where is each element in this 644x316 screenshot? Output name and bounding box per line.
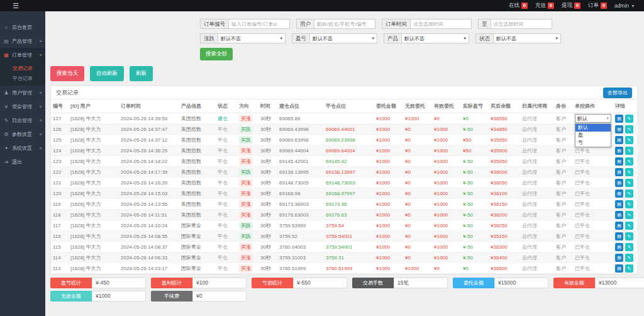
edit-icon[interactable]: ✎ — [625, 232, 633, 240]
status-select[interactable]: 默认不选▾ — [493, 33, 561, 43]
sidebar-item-product[interactable]: ▤产品管理▸ — [0, 34, 45, 48]
profit-loss-select[interactable]: 默认不选▾ — [309, 33, 377, 43]
sidebar-item-home[interactable]: ⌂后台首页 — [0, 20, 45, 34]
edit-icon[interactable]: ✎ — [625, 115, 633, 123]
refresh-button[interactable]: 刷新 — [130, 66, 153, 81]
control-option[interactable]: 亏 — [575, 139, 611, 147]
cell-id: 125 — [51, 135, 69, 145]
cell-id: 121 — [51, 178, 69, 188]
cell-balance: ¥35150 — [489, 231, 520, 242]
edit-icon[interactable]: ✎ — [625, 157, 633, 166]
edit-icon[interactable]: ✎ — [625, 243, 633, 251]
edit-icon[interactable]: ✎ — [625, 179, 633, 187]
sidebar-subitem[interactable]: 交易记录 — [0, 63, 45, 73]
view-detail-icon[interactable]: ▤ — [615, 254, 623, 262]
sidebar-item-users[interactable]: ♟用户管理▸ — [0, 86, 45, 99]
table-row: 113[1628] 牛大力2024-05-26 14:03:17国际黄金平仓买涨… — [51, 263, 638, 274]
auto-refresh-button[interactable]: 自动刷新 — [90, 66, 124, 81]
search-all-button[interactable]: 搜索全部 — [200, 48, 233, 60]
view-detail-icon[interactable]: ▤ — [615, 168, 623, 176]
order-time-input[interactable] — [410, 19, 472, 29]
column-header: 产品信息 — [179, 99, 216, 113]
stat-label: 盈亏统计 — [50, 278, 92, 288]
table-row: 121[1628] 牛大力2024-05-26 14:16:20美国指数平仓买涨… — [51, 178, 638, 188]
table-row: 127[1628] 牛大力2024-05-26 14:39:53美国指数建仓买涨… — [51, 113, 638, 124]
view-detail-icon[interactable]: ▤ — [615, 157, 623, 166]
view-detail-icon[interactable]: ▤ — [615, 200, 623, 208]
export-all-button[interactable]: 全部导出 — [603, 87, 632, 98]
filter-area: 订单编号用户订单时间至 涨跌默认不选▾盈亏默认不选▾产品默认不选▾状态默认不选▾… — [200, 19, 638, 60]
cell-user: [1628] 牛大力 — [69, 178, 119, 188]
cell-amount: ¥1000 — [374, 178, 403, 188]
cell-invalid: ¥0 — [403, 231, 432, 242]
edit-icon[interactable]: ✎ — [625, 147, 633, 155]
sidebar-item-system[interactable]: ✦系统设置▸ — [0, 141, 45, 155]
count-badge[interactable]: 0 — [521, 3, 528, 9]
cell-valid: ¥1000 — [432, 210, 461, 220]
control-option[interactable]: 盈 — [575, 132, 611, 139]
edit-icon[interactable]: ✎ — [625, 264, 633, 273]
view-detail-icon[interactable]: ▤ — [615, 232, 623, 240]
cell-balance: ¥36150 — [489, 199, 520, 210]
cell-order-time: 2024-05-26 14:18:22 — [119, 156, 179, 167]
order-no-input[interactable] — [228, 19, 290, 29]
sidebar-item-order[interactable]: ▦订单管理▸ — [0, 48, 45, 62]
product-select[interactable]: 默认不选▾ — [401, 33, 469, 43]
cell-direction: 买跌 — [237, 220, 258, 231]
direction-badge: 买跌 — [239, 232, 253, 240]
search-today-button[interactable]: 搜索当天 — [50, 66, 84, 81]
edit-icon[interactable]: ✎ — [625, 168, 633, 176]
edit-icon[interactable]: ✎ — [625, 136, 633, 144]
view-detail-icon[interactable]: ▤ — [615, 222, 623, 230]
control-select[interactable]: 默认▾ — [575, 114, 611, 123]
cell-period: 30秒 — [258, 188, 277, 199]
sidebar-item-params[interactable]: ⚙参数设置▸ — [0, 127, 45, 141]
cell-user: [1628] 牛大力 — [69, 124, 119, 135]
cell-identity: 客户 — [554, 135, 573, 145]
edit-icon[interactable]: ✎ — [625, 222, 633, 230]
stat-value: ¥-550 — [293, 278, 347, 288]
hamburger-icon[interactable]: ☰ — [13, 2, 19, 10]
edit-icon[interactable]: ✎ — [625, 125, 633, 133]
order-icon: ▦ — [3, 52, 9, 58]
sidebar-item-money[interactable]: ¥资金管理▸ — [0, 99, 45, 113]
cell-invalid: ¥1000 — [403, 113, 432, 124]
view-detail-icon[interactable]: ▤ — [615, 125, 623, 133]
cell-open-point: 69138.13995 — [277, 167, 324, 178]
cell-detail: ▤✎ — [613, 156, 638, 167]
cell-period: 30秒 — [258, 220, 277, 231]
count-badge[interactable]: 0 — [548, 3, 554, 9]
edit-icon[interactable]: ✎ — [625, 211, 633, 219]
edit-icon[interactable]: ✎ — [625, 189, 633, 198]
rise-fall-select[interactable]: 默认不选▾ — [218, 33, 286, 43]
view-detail-icon[interactable]: ▤ — [615, 147, 623, 155]
admin-menu[interactable]: admin ▼ — [614, 3, 635, 9]
topbar-stat-提现: 提现0 — [562, 2, 580, 9]
view-detail-icon[interactable]: ▤ — [615, 264, 623, 273]
cell-detail: ▤✎ — [613, 231, 638, 242]
cell-identity: 客户 — [554, 156, 573, 167]
count-badge[interactable]: 0 — [574, 3, 580, 9]
control-option[interactable]: 默认 — [575, 124, 611, 132]
cell-direction: 买跌 — [237, 135, 258, 145]
cell-invalid: ¥0 — [403, 199, 432, 210]
user-input[interactable] — [314, 19, 375, 29]
view-detail-icon[interactable]: ▤ — [615, 115, 623, 123]
view-detail-icon[interactable]: ▤ — [615, 189, 623, 198]
view-detail-icon[interactable]: ▤ — [615, 211, 623, 219]
direction-badge: 买涨 — [239, 243, 253, 251]
cell-valid: ¥0 — [432, 113, 461, 124]
edit-icon[interactable]: ✎ — [625, 200, 633, 208]
time-to-input[interactable] — [491, 19, 552, 29]
cell-profit: ¥-50 — [461, 124, 489, 135]
edit-icon[interactable]: ✎ — [625, 254, 633, 262]
sidebar-item-logout[interactable]: ➔退出 — [0, 155, 45, 169]
sidebar-item-label: 用户管理 — [12, 89, 32, 96]
view-detail-icon[interactable]: ▤ — [615, 136, 623, 144]
view-detail-icon[interactable]: ▤ — [615, 243, 623, 251]
topbar-stat-在线: 在线0 — [509, 2, 528, 9]
sidebar-subitem[interactable]: 平台记录 — [0, 73, 45, 83]
count-badge[interactable]: 0 — [601, 3, 607, 9]
sidebar-item-log[interactable]: ✎日志管理▸ — [0, 113, 45, 127]
view-detail-icon[interactable]: ▤ — [615, 179, 623, 187]
